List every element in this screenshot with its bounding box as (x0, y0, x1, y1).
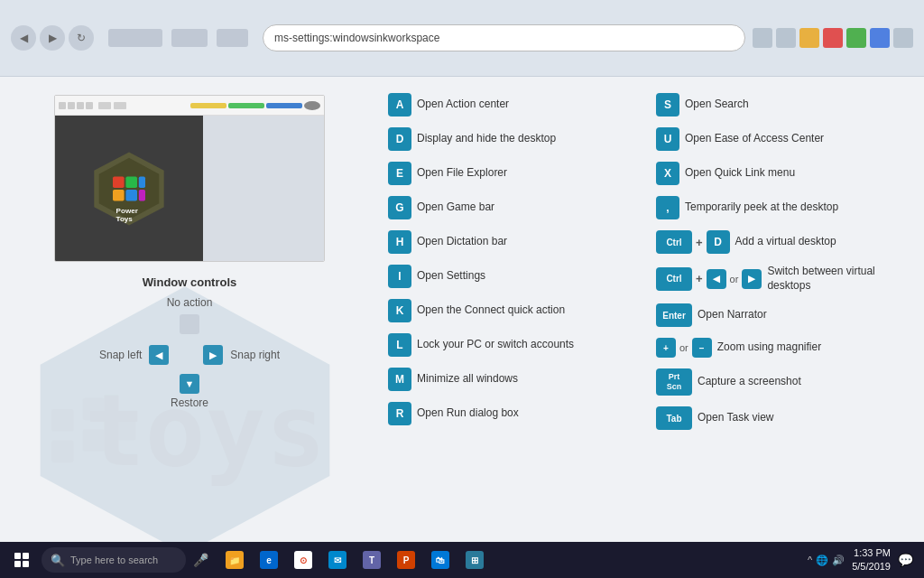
desc-comma: Temporarily peek at the desktop (685, 200, 838, 215)
taskbar-app-icons: 📁 e ⊙ ✉ T P 🛍 ⊞ (218, 544, 491, 576)
shortcut-row-u: U Open Ease of Access Center (656, 127, 906, 151)
key-s: S (656, 93, 679, 117)
system-tray: ^ 🌐 🔊 (808, 555, 845, 566)
taskbar-teams[interactable]: T (356, 544, 388, 576)
cortana-button[interactable]: 🎤 (188, 547, 213, 573)
key-ctrl-1: Ctrl (656, 230, 692, 254)
key-right: ▶ (742, 269, 762, 289)
key-d: D (388, 127, 411, 151)
shortcut-row-a: A Open Action center (388, 93, 638, 117)
shortcut-row-zoom: + or − Zoom using magnifier (656, 338, 906, 358)
key-x: X (656, 162, 679, 185)
shortcut-row-ctrl-arrows: Ctrl + ◀ or ▶ Switch between virtual des… (656, 265, 906, 293)
shortcut-row-h: H Open Dictation bar (388, 230, 638, 254)
desc-ctrl-arrows: Switch between virtual desktops (767, 265, 906, 293)
restore-button[interactable]: ▼ (180, 374, 199, 394)
svg-rect-13 (125, 189, 137, 200)
taskbar-search[interactable]: 🔍 Type here to search (42, 547, 186, 573)
preview-right-pane (203, 116, 324, 261)
shortcut-row-e: E Open File Explorer (388, 162, 638, 185)
key-plus: + (656, 338, 676, 358)
svg-text:Power: Power (116, 207, 139, 215)
shortcut-row-comma: , Temporarily peek at the desktop (656, 196, 906, 219)
shortcuts-right-col: S Open Search U Open Ease of Access Cent… (656, 93, 906, 562)
forward-button[interactable]: ▶ (40, 25, 65, 51)
volume-icon[interactable]: 🔊 (832, 555, 845, 566)
snap-right-button[interactable]: ▶ (203, 345, 223, 365)
clock-time: 1:33 PM (852, 546, 891, 560)
shortcut-row-d: D Display and hide the desktop (388, 127, 638, 151)
taskbar-powerpoint[interactable]: P (390, 544, 422, 576)
teams-icon: T (363, 551, 381, 569)
key-g: G (388, 196, 411, 219)
key-comma: , (656, 196, 679, 219)
svg-rect-4 (51, 441, 74, 463)
address-bar[interactable] (263, 24, 745, 51)
shortcut-row-i: I Open Settings (388, 265, 638, 288)
window-controls-section: Window controls No action Snap left ◀ ▶ … (99, 275, 280, 409)
edge-icon: e (260, 551, 278, 569)
key-u: U (656, 127, 679, 151)
shortcut-row-s: S Open Search (656, 93, 906, 117)
key-ctrl-2: Ctrl (656, 267, 692, 291)
start-button[interactable] (4, 544, 40, 576)
plus-2: + (696, 272, 703, 285)
snap-left-button[interactable]: ◀ (149, 345, 169, 365)
shortcut-row-k: K Open the Connect quick action (388, 299, 638, 322)
taskbar-store[interactable]: 🛍 (424, 544, 457, 576)
key-i: I (388, 265, 411, 288)
taskbar-file-explorer[interactable]: 📁 (218, 544, 251, 576)
taskbar-powertoys[interactable]: ⊞ (458, 544, 491, 576)
key-enter: Enter (656, 303, 692, 327)
or-2: or (679, 342, 688, 353)
svg-rect-5 (83, 429, 106, 452)
main-content: toys (0, 77, 924, 578)
shortcut-row-prtscn: PrtScn Capture a screenshot (656, 368, 906, 396)
desc-h: Open Dictation bar (417, 235, 507, 249)
desc-zoom: Zoom using magnifier (717, 340, 821, 355)
key-r: R (388, 402, 411, 425)
shortcuts-panel: A Open Action center D Display and hide … (379, 77, 924, 578)
desc-m: Minimize all windows (417, 372, 518, 387)
search-icon: 🔍 (51, 554, 65, 567)
svg-rect-2 (51, 409, 74, 432)
desc-u: Open Ease of Access Center (685, 132, 824, 146)
key-e: E (388, 162, 411, 185)
taskbar-edge[interactable]: e (253, 544, 285, 576)
taskbar-chrome[interactable]: ⊙ (287, 544, 319, 576)
desc-k: Open the Connect quick action (417, 303, 565, 318)
shortcut-row-m: M Minimize all windows (388, 368, 638, 391)
key-h: H (388, 230, 411, 254)
desc-i: Open Settings (417, 269, 485, 284)
notification-button[interactable]: 💬 (898, 553, 913, 567)
svg-text:Toys: Toys (116, 215, 134, 223)
shortcut-row-l: L Lock your PC or switch accounts (388, 333, 638, 357)
mail-icon: ✉ (328, 551, 346, 569)
taskbar-mail[interactable]: ✉ (321, 544, 354, 576)
desc-g: Open Game bar (417, 200, 494, 215)
svg-rect-6 (114, 418, 136, 441)
clock[interactable]: 1:33 PM 5/5/2019 (852, 546, 891, 574)
preview-toolbar (55, 96, 324, 116)
key-left: ◀ (707, 269, 726, 289)
network-icon[interactable]: 🌐 (816, 555, 828, 566)
desc-s: Open Search (685, 98, 749, 112)
mic-icon: 🎤 (193, 553, 208, 567)
taskbar-right: ^ 🌐 🔊 1:33 PM 5/5/2019 💬 (808, 546, 920, 574)
or-1: or (730, 274, 739, 284)
desc-x: Open Quick Link menu (685, 166, 795, 181)
shortcut-row-r: R Open Run dialog box (388, 402, 638, 425)
key-a: A (388, 93, 411, 117)
back-button[interactable]: ◀ (11, 25, 36, 51)
desc-d: Display and hide the desktop (417, 132, 556, 146)
browser-bar: ◀ ▶ ↻ (0, 0, 924, 77)
refresh-button[interactable]: ↻ (69, 25, 94, 51)
snap-left-label: Snap left (99, 349, 142, 361)
taskbar-search-text: Type here to search (70, 555, 158, 565)
key-k: K (388, 299, 411, 322)
restore-section: ▼ Restore (99, 368, 280, 409)
shortcut-row-g: G Open Game bar (388, 196, 638, 219)
tray-chevron[interactable]: ^ (808, 555, 812, 565)
taskbar: 🔍 Type here to search 🎤 📁 e ⊙ ✉ T P (0, 542, 924, 578)
key-prtscn: PrtScn (656, 368, 692, 396)
